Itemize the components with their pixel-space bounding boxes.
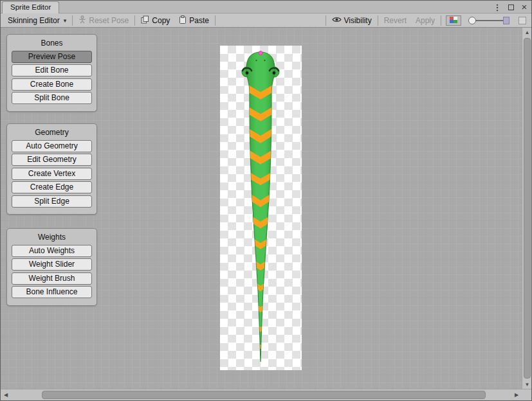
zoom-slider-track (472, 20, 507, 21)
bone-influence-button[interactable]: Bone Influence (12, 286, 92, 298)
scroll-left-button[interactable]: ◀ (1, 389, 11, 400)
vertical-scrollbar[interactable]: ▲ ▼ (522, 28, 531, 389)
toolbar-separator (72, 15, 73, 26)
tab-sprite-editor[interactable]: Sprite Editor (2, 1, 59, 13)
reset-pose-icon (78, 15, 86, 26)
visibility-button[interactable]: Visibility (327, 13, 376, 27)
paste-icon (179, 15, 187, 26)
toolbar-separator (134, 15, 135, 26)
close-icon[interactable]: × (520, 3, 529, 12)
editor-viewport[interactable]: Bones Preview Pose Edit Bone Create Bone… (1, 28, 522, 389)
copy-label: Copy (152, 16, 170, 25)
chevron-down-icon: ▾ (64, 17, 67, 24)
weights-panel-title: Weights (7, 231, 96, 243)
zoom-slider-knob[interactable] (468, 17, 476, 24)
weight-slider-button[interactable]: Weight Slider (12, 258, 92, 271)
zoom-slider-end-box (503, 17, 509, 24)
scroll-right-button[interactable]: ▶ (511, 389, 522, 400)
maximize-icon[interactable] (506, 3, 515, 12)
create-edge-button[interactable]: Create Edge (12, 181, 92, 193)
reset-pose-button[interactable]: Reset Pose (74, 13, 133, 27)
bones-panel: Bones Preview Pose Edit Bone Create Bone… (6, 34, 97, 112)
preview-pose-button[interactable]: Preview Pose (12, 51, 92, 63)
sprite-canvas[interactable] (220, 46, 302, 370)
maximize-glyph (508, 4, 514, 10)
bones-panel-title: Bones (7, 37, 96, 49)
auto-geometry-button[interactable]: Auto Geometry (12, 140, 92, 152)
skinning-editor-label: Skinning Editor (8, 16, 60, 25)
split-edge-button[interactable]: Split Edge (12, 195, 92, 208)
horizontal-scrollbar-thumb[interactable] (42, 391, 486, 399)
sprite-editor-window: Sprite Editor ⋮ × Skinning Editor ▾ Rese… (0, 0, 532, 401)
skinning-toolbar: Skinning Editor ▾ Reset Pose Copy Paste (1, 13, 531, 28)
snake-sprite[interactable] (220, 46, 302, 370)
eye-icon (332, 16, 342, 25)
scroll-up-button[interactable]: ▲ (522, 28, 532, 37)
geometry-panel: Geometry Auto Geometry Edit Geometry Cre… (6, 123, 97, 215)
window-menu-icon[interactable]: ⋮ (493, 3, 502, 12)
weight-brush-button[interactable]: Weight Brush (12, 272, 92, 285)
revert-label: Revert (384, 16, 407, 25)
copy-icon (141, 15, 149, 26)
scroll-down-button[interactable]: ▼ (522, 380, 532, 389)
skinning-editor-dropdown[interactable]: Skinning Editor ▾ (3, 13, 71, 27)
apply-button[interactable]: Apply (411, 13, 439, 27)
apply-label: Apply (416, 16, 435, 25)
toolbar-mini-box-icon[interactable] (518, 17, 526, 24)
edit-geometry-button[interactable]: Edit Geometry (12, 154, 92, 166)
titlebar-icons: ⋮ × (493, 1, 529, 13)
auto-weights-button[interactable]: Auto Weights (12, 245, 92, 257)
toolbar-separator (215, 15, 216, 26)
reset-pose-label: Reset Pose (89, 16, 129, 25)
paste-label: Paste (189, 16, 209, 25)
vertical-scrollbar-thumb[interactable] (524, 38, 531, 379)
toolbar-separator (378, 15, 378, 26)
paste-button[interactable]: Paste (174, 13, 214, 27)
geometry-panel-title: Geometry (7, 127, 96, 138)
split-bone-button[interactable]: Split Bone (12, 92, 92, 104)
weights-panel: Weights Auto Weights Weight Slider Weigh… (6, 228, 97, 306)
toolbar-separator (326, 15, 326, 26)
bone-marker[interactable] (259, 51, 262, 55)
copy-button[interactable]: Copy (136, 13, 174, 27)
toolbar-separator (441, 15, 441, 26)
toolbar-right-group: Visibility Revert Apply (324, 13, 529, 27)
rgb-channels-icon (450, 16, 457, 25)
create-bone-button[interactable]: Create Bone (12, 78, 92, 91)
edit-bone-button[interactable]: Edit Bone (12, 64, 92, 76)
zoom-slider[interactable] (468, 15, 509, 26)
revert-button[interactable]: Revert (380, 13, 411, 27)
color-channels-button[interactable] (446, 15, 461, 26)
create-vertex-button[interactable]: Create Vertex (12, 168, 92, 180)
scrollbar-corner (522, 389, 531, 400)
visibility-label: Visibility (344, 16, 372, 25)
horizontal-scrollbar[interactable]: ◀ ▶ (1, 389, 531, 400)
window-tab-bar: Sprite Editor ⋮ × (1, 1, 531, 13)
